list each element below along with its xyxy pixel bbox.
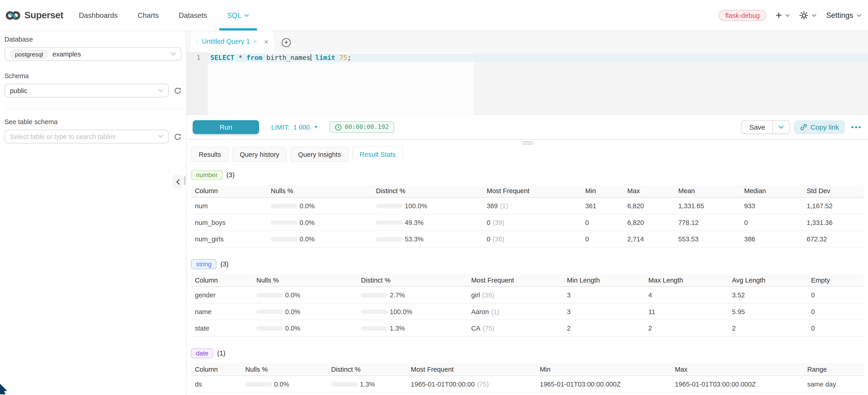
refresh-schemas-icon[interactable] — [174, 87, 182, 94]
distinct-bar — [376, 237, 402, 241]
cell-column-name: num_girls — [191, 235, 271, 243]
table-header-row: ColumnNulls %Distinct %Most FrequentMinM… — [191, 185, 864, 198]
cell-most-frequent: 0(39) — [487, 218, 585, 226]
sql-editor[interactable]: 1 SELECT * from birth_names limit 75; — [186, 52, 868, 115]
nulls-pct-label: 0.0% — [300, 202, 315, 210]
table-row: num_boys0.0%49.3%0(39)06,820778.1201,331… — [191, 214, 864, 231]
cell-stat-value: 0 — [744, 218, 807, 226]
nav-item-datasets[interactable]: Datasets — [179, 0, 207, 30]
chevron-down-icon — [170, 52, 176, 56]
column-header: Most Frequent — [487, 187, 585, 195]
more-actions-button[interactable]: ••• — [851, 123, 862, 131]
schema-select[interactable]: public — [4, 84, 169, 98]
cell-column-name: num_boys — [191, 218, 271, 226]
stats-table-string: ColumnNulls %Distinct %Most FrequentMin … — [191, 274, 864, 337]
cell-most-frequent: CA(75) — [471, 324, 567, 332]
column-header: Range — [807, 366, 864, 373]
nav-item-label: Dashboards — [79, 11, 118, 19]
result-tab-query-history[interactable]: Query history — [232, 147, 287, 162]
column-header: Std Dev — [807, 187, 864, 195]
table-row: num0.0%100.0%369(1)3616,8201,331.659331,… — [191, 198, 864, 214]
sql-token-plain — [311, 54, 315, 61]
cell-most-frequent: 1965-01-01T00:00:00(75) — [411, 380, 540, 388]
most-frequent-value: girl — [471, 291, 480, 299]
superset-brand[interactable]: Superset — [5, 8, 63, 22]
drag-handle-icon[interactable] — [196, 38, 198, 45]
result-tabs: ResultsQuery historyQuery InsightsResult… — [186, 146, 868, 162]
stats-table-date: ColumnNulls %Distinct %Most FrequentMinM… — [191, 363, 864, 393]
plus-icon: + — [776, 11, 782, 19]
add-tab-button[interactable]: + — [282, 38, 291, 47]
cell-stat-value: 1,167.52 — [807, 202, 864, 210]
sun-icon — [800, 11, 809, 20]
sql-token-plain — [243, 54, 247, 61]
cell-distinct-pct: 53.3% — [376, 235, 487, 243]
database-select[interactable]: postgresql examples — [4, 47, 182, 61]
caret-down-icon: ▼ — [314, 125, 318, 130]
schema-label: Schema — [4, 72, 182, 80]
most-frequent-value: 369 — [487, 202, 498, 210]
cell-nulls-pct: 0.0% — [271, 202, 376, 210]
distinct-pct-label: 1.3% — [390, 324, 405, 332]
most-frequent-value: 0 — [487, 235, 490, 243]
cell-nulls-pct: 0.0% — [256, 324, 361, 332]
most-frequent-count: (75) — [477, 380, 489, 388]
cell-column-name: gender — [191, 291, 256, 299]
column-header: Min — [540, 366, 675, 373]
cell-stat-value: 2 — [648, 324, 732, 332]
cell-stat-value: 0 — [585, 218, 627, 226]
limit-dropdown[interactable]: LIMIT: 1 000 ▼ — [271, 123, 318, 131]
cell-stat-value: 933 — [744, 202, 807, 210]
distinct-bar — [361, 309, 388, 314]
table-row: name0.0%100.0%Aaron(1)3115.950 — [191, 304, 864, 320]
most-frequent-count: (36) — [493, 235, 504, 243]
table-select[interactable]: Select table or type to search tables — [4, 130, 169, 144]
settings-menu[interactable]: Settings — [826, 11, 862, 19]
cell-distinct-pct: 100.0% — [361, 308, 471, 315]
copy-link-button[interactable]: Copy link — [794, 120, 845, 134]
result-tab-result-stats[interactable]: Result Stats — [352, 146, 403, 162]
save-button[interactable]: Save — [742, 120, 773, 134]
new-menu[interactable]: + — [776, 11, 790, 19]
limit-value: 1 000 — [293, 123, 310, 131]
refresh-tables-icon[interactable] — [174, 132, 182, 140]
database-label: Database — [4, 35, 182, 43]
pane-resize-zone — [186, 140, 868, 146]
cell-stat-value: 3.52 — [732, 291, 811, 299]
cell-column-name: name — [191, 308, 256, 315]
column-header: Nulls % — [256, 276, 361, 284]
cell-distinct-pct: 1.3% — [361, 324, 471, 332]
nulls-bar — [256, 293, 283, 297]
column-count: (3) — [226, 171, 235, 179]
column-header: Distinct % — [361, 276, 471, 284]
run-query-button[interactable]: Run — [193, 120, 259, 134]
nulls-pct-label: 0.0% — [285, 324, 300, 332]
theme-toggle[interactable] — [800, 11, 817, 20]
result-tab-results[interactable]: Results — [191, 147, 229, 162]
nav-item-sql[interactable]: SQL — [227, 0, 249, 30]
save-options-button[interactable] — [773, 120, 790, 134]
line-number: 1 — [186, 54, 208, 62]
collapse-sidebar-button[interactable] — [173, 175, 183, 188]
query-tab[interactable]: Untitled Query 1 × — [191, 31, 274, 52]
cell-most-frequent: Aaron(1) — [471, 308, 567, 315]
pane-resize-handle[interactable] — [522, 141, 533, 146]
cell-most-frequent: 369(1) — [487, 202, 585, 210]
result-tab-query-insights[interactable]: Query Insights — [290, 147, 348, 162]
cell-stat-value: 2 — [567, 324, 648, 332]
table-schema-label: See table schema — [4, 118, 182, 126]
column-header: Most Frequent — [411, 366, 540, 373]
nulls-pct-label: 0.0% — [274, 380, 289, 388]
nulls-bar — [271, 220, 297, 224]
navbar-right: flask-debug + Settings — [719, 9, 862, 21]
cell-stat-value: 386 — [744, 235, 807, 243]
close-tab-icon[interactable]: × — [264, 38, 269, 45]
nav-item-charts[interactable]: Charts — [137, 0, 159, 30]
scrollbar-thumb[interactable] — [184, 176, 185, 185]
section-tag-row: string(3) — [191, 259, 864, 269]
distinct-pct-label: 1.3% — [360, 380, 375, 388]
table-select-placeholder: Select table or type to search tables — [10, 132, 116, 140]
column-header: Min — [585, 187, 627, 195]
superset-logo-icon — [5, 8, 20, 22]
nav-item-dashboards[interactable]: Dashboards — [79, 0, 118, 30]
